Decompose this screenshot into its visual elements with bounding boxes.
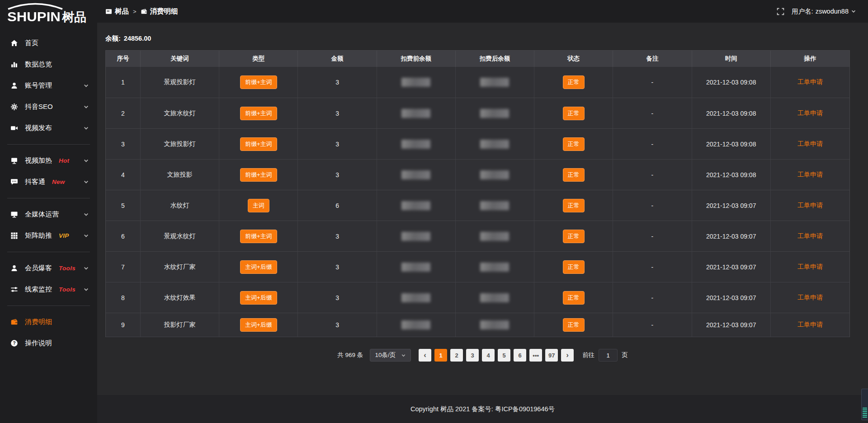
action-cell: 工单申请 — [771, 67, 849, 98]
member-icon — [10, 264, 18, 273]
redacted-balance-before — [401, 201, 430, 210]
work-order-link[interactable]: 工单申请 — [797, 109, 823, 118]
amount-cell: 3 — [298, 67, 377, 98]
keyword-cell: 景观投影灯 — [141, 67, 219, 98]
fullscreen-icon[interactable] — [777, 8, 784, 15]
work-order-link[interactable]: 工单申请 — [797, 232, 823, 240]
time-cell: 2021-12-03 09:07 — [692, 252, 771, 282]
table-row: 9投影灯厂家主词+后缀3正常-2021-12-03 09:07工单申请 — [106, 313, 849, 337]
breadcrumb-label: 消费明细 — [150, 7, 178, 16]
help-icon: ? — [10, 339, 18, 348]
gear-icon — [10, 103, 18, 111]
balance-before-cell — [377, 129, 456, 159]
work-order-link[interactable]: 工单申请 — [797, 294, 823, 302]
sidebar-item-线索监控[interactable]: 线索监控 Tools — [0, 279, 97, 300]
page-button-4[interactable]: 4 — [482, 349, 495, 362]
work-order-link[interactable]: 工单申请 — [797, 171, 823, 179]
time-cell: 2021-12-03 09:07 — [692, 221, 771, 251]
breadcrumb-item-current[interactable]: 消费明细 — [141, 7, 178, 16]
type-badge: 前缀+主词 — [240, 75, 277, 89]
goto-page: 前往 页 — [582, 349, 628, 362]
sidebar-item-label: 抖客通 — [25, 178, 45, 186]
prev-page-button[interactable]: ‹ — [419, 349, 431, 362]
page-button-6[interactable]: 6 — [514, 349, 526, 362]
page-button-1[interactable]: 1 — [434, 349, 447, 362]
sidebar-item-矩阵助推[interactable]: 矩阵助推 VIP — [0, 225, 97, 246]
amount-cell: 3 — [298, 160, 377, 190]
type-badge: 主词+后缀 — [240, 318, 277, 332]
goto-page-input[interactable] — [599, 349, 618, 362]
user-icon — [10, 82, 18, 90]
user-dropdown[interactable]: 用户名: zswodun88 — [792, 7, 856, 16]
sidebar-item-抖客通[interactable]: 抖客通 New — [0, 171, 97, 193]
breadcrumb-separator: > — [133, 8, 137, 15]
redacted-balance-before — [401, 170, 430, 179]
logo[interactable]: SHUPIN 树品 — [0, 0, 97, 26]
status-badge: 正常 — [563, 107, 585, 120]
sidebar-item-label: 抖音SEO — [25, 103, 53, 111]
amount-cell: 3 — [298, 252, 377, 282]
action-cell: 工单申请 — [771, 190, 849, 221]
redacted-balance-before — [401, 109, 430, 118]
type-cell: 主词 — [219, 190, 298, 221]
time-cell: 2021-12-03 09:08 — [692, 67, 771, 98]
row-index: 9 — [106, 313, 141, 337]
type-badge: 主词+后缀 — [240, 260, 277, 274]
work-order-link[interactable]: 工单申请 — [797, 140, 823, 148]
sidebar-item-首页[interactable]: 首页 — [0, 33, 97, 54]
table-row: 8水纹灯效果主词+后缀3正常-2021-12-03 09:07工单申请 — [106, 282, 849, 313]
action-cell: 工单申请 — [771, 282, 849, 313]
status-cell: 正常 — [534, 129, 613, 159]
sidebar-divider — [7, 306, 90, 306]
balance-before-cell — [377, 313, 456, 337]
status-badge: 正常 — [563, 318, 585, 332]
sidebar-item-badge: Tools — [59, 286, 75, 293]
balance-value: 24856.00 — [124, 35, 151, 42]
page-size-select[interactable]: 10条/页 — [370, 349, 411, 362]
sidebar-item-全媒体运营[interactable]: 全媒体运营 — [0, 204, 97, 225]
table-row: 5水纹灯主词6正常-2021-12-03 09:07工单申请 — [106, 190, 849, 221]
sidebar-item-数据总览[interactable]: 数据总览 — [0, 54, 97, 75]
status-cell: 正常 — [534, 190, 613, 221]
work-order-link[interactable]: 工单申请 — [797, 78, 823, 86]
work-order-link[interactable]: 工单申请 — [797, 263, 823, 271]
action-cell: 工单申请 — [771, 98, 849, 128]
balance-after-cell — [456, 313, 534, 337]
time-cell: 2021-12-03 09:08 — [692, 98, 771, 128]
column-header: 序号 — [106, 51, 141, 67]
next-page-button[interactable]: › — [561, 349, 574, 362]
monitor-icon — [10, 211, 18, 219]
sidebar-item-消费明细[interactable]: 消费明细 — [0, 311, 97, 333]
sidebar-item-账号管理[interactable]: 账号管理 — [0, 75, 97, 96]
chevron-down-icon — [83, 104, 89, 110]
sidebar-item-label: 消费明细 — [25, 318, 52, 326]
work-order-link[interactable]: 工单申请 — [797, 321, 823, 329]
more-pages-button[interactable]: ••• — [529, 349, 542, 362]
row-index: 6 — [106, 221, 141, 251]
status-badge: 正常 — [563, 230, 585, 243]
page-button-2[interactable]: 2 — [450, 349, 463, 362]
pagination-total: 共 969 条 — [337, 351, 363, 359]
chevron-down-icon — [83, 212, 89, 217]
chevron-down-icon — [83, 125, 89, 131]
sidebar-item-label: 线索监控 — [25, 285, 52, 294]
chevron-down-icon — [83, 83, 89, 89]
sidebar-item-视频加热[interactable]: 视频加热 Hot — [0, 150, 97, 171]
page-buttons: 123456•••97 — [434, 349, 558, 362]
breadcrumb-item-home[interactable]: 树品 — [105, 7, 129, 16]
sidebar-item-抖音SEO[interactable]: 抖音SEO — [0, 96, 97, 118]
table-row: 6景观水纹灯前缀+主词3正常-2021-12-03 09:07工单申请 — [106, 221, 849, 251]
status-badge: 正常 — [563, 75, 585, 89]
wallet-icon — [141, 8, 147, 15]
floating-service-widget[interactable] — [861, 389, 868, 420]
work-order-link[interactable]: 工单申请 — [797, 202, 823, 210]
sidebar-item-会员爆客[interactable]: 会员爆客 Tools — [0, 258, 97, 279]
status-badge: 正常 — [563, 291, 585, 305]
balance-after-cell — [456, 190, 534, 221]
sidebar-item-视频发布[interactable]: 视频发布 — [0, 118, 97, 139]
balance-label: 余额: — [105, 35, 121, 42]
page-button-97[interactable]: 97 — [545, 349, 558, 362]
page-button-3[interactable]: 3 — [466, 349, 479, 362]
sidebar-item-操作说明[interactable]: ? 操作说明 — [0, 333, 97, 354]
page-button-5[interactable]: 5 — [498, 349, 510, 362]
